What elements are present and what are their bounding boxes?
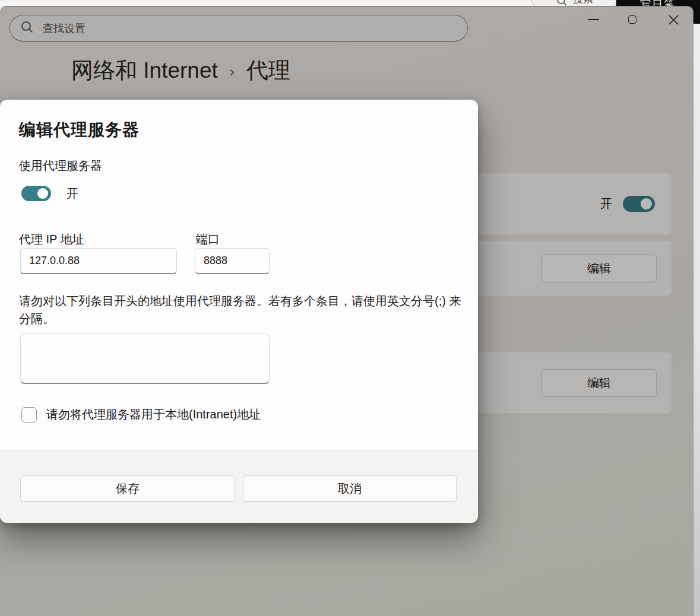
bypass-list-textarea[interactable] bbox=[20, 334, 270, 384]
proxy-ip-label: 代理 IP 地址 bbox=[19, 231, 84, 247]
port-label: 端口 bbox=[196, 231, 220, 247]
intranet-checkbox[interactable] bbox=[21, 407, 37, 423]
dialog-title: 编辑代理服务器 bbox=[19, 119, 140, 141]
intranet-checkbox-row: 请勿将代理服务器用于本地(Intranet)地址 bbox=[21, 407, 261, 423]
intranet-checkbox-label: 请勿将代理服务器用于本地(Intranet)地址 bbox=[46, 407, 261, 423]
port-input[interactable] bbox=[195, 248, 270, 274]
cancel-button[interactable]: 取消 bbox=[243, 475, 457, 502]
toggle-knob bbox=[37, 188, 48, 199]
background-search-tab-label: 搜索 bbox=[573, 0, 593, 6]
dialog-footer: 保存 取消 bbox=[0, 450, 478, 523]
use-proxy-toggle-state: 开 bbox=[66, 186, 78, 201]
bypass-instructions: 请勿对以下列条目开头的地址使用代理服务器。若有多个条目，请使用英文分号(;) 来… bbox=[19, 292, 461, 328]
proxy-ip-input[interactable] bbox=[20, 248, 177, 274]
use-proxy-toggle[interactable] bbox=[21, 186, 51, 201]
search-icon bbox=[556, 0, 567, 6]
use-proxy-label: 使用代理服务器 bbox=[19, 158, 102, 174]
save-button[interactable]: 保存 bbox=[20, 475, 235, 502]
edit-proxy-dialog: 编辑代理服务器 使用代理服务器 开 代理 IP 地址 端口 请勿对以下列条目开头… bbox=[0, 100, 478, 523]
background-window-edge bbox=[693, 24, 700, 616]
screen: 搜索 写日笺 查找设置 网络和 Internet › 代理 开 bbox=[0, 0, 700, 616]
